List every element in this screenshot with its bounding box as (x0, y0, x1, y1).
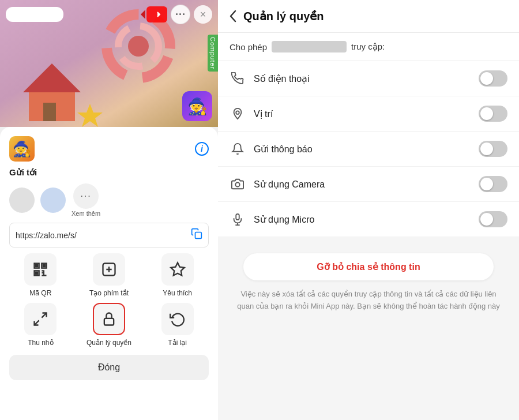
action-grid: Mã QR Tạo phím tắt Yêu thích (9, 253, 209, 347)
right-header: Quản lý quyền (218, 0, 519, 33)
dong-button[interactable]: Đóng (9, 355, 209, 380)
xem-them-dots-icon: ··· (73, 183, 99, 209)
permission-camera: Sử dụng Camera (218, 167, 519, 202)
svg-line-18 (35, 320, 39, 325)
url-row: https://zalo.me/s/ (9, 223, 209, 247)
permission-location: Vị trí (218, 96, 519, 132)
info-button[interactable]: i (195, 142, 209, 156)
svg-rect-6 (43, 103, 56, 121)
svg-point-20 (236, 111, 239, 114)
thu-nho-label: Thu nhỏ (28, 339, 53, 347)
permission-notification: Gửi thông báo (218, 132, 519, 167)
arrow-indicator (146, 6, 167, 22)
left-panel: ··· × 🧙 Computer 🧙 i Gửi tới ··· Xem (0, 0, 218, 420)
right-panel: Quản lý quyền Cho phép truy cập: Số điện… (218, 0, 519, 420)
location-label: Vị trí (254, 108, 471, 119)
camera-icon (230, 176, 246, 192)
phone-label: Số điện thoại (254, 73, 471, 84)
action-thu-nho[interactable]: Thu nhỏ (9, 303, 72, 347)
game-title-pill (6, 7, 63, 22)
svg-rect-12 (36, 265, 38, 267)
tai-lai-icon-box (161, 303, 194, 335)
tao-phim-tat-label: Tạo phím tắt (89, 289, 129, 297)
thu-nho-icon-box (24, 303, 57, 335)
ma-qr-icon-box (24, 253, 57, 286)
yeu-thich-label: Yêu thích (163, 289, 192, 297)
notification-label: Gửi thông báo (254, 144, 471, 155)
right-title: Quản lý quyền (243, 9, 324, 23)
action-tao-phim-tat[interactable]: Tạo phím tắt (78, 253, 141, 297)
action-tai-lai[interactable]: Tải lại (146, 303, 209, 347)
svg-point-21 (235, 182, 239, 186)
danger-section: Gỡ bỏ chia sẻ thông tin Việc này sẽ xóa … (218, 242, 519, 324)
location-icon (230, 106, 246, 122)
game-area: ··· × 🧙 Computer (0, 0, 218, 127)
danger-button[interactable]: Gỡ bỏ chia sẻ thông tin (243, 253, 494, 280)
svg-rect-8 (195, 232, 202, 239)
svg-point-3 (128, 36, 149, 57)
contact-row: ··· Xem thêm (9, 183, 209, 217)
svg-line-17 (42, 313, 47, 318)
notification-icon (230, 141, 246, 157)
contact-avatar-1 (9, 187, 35, 213)
url-text: https://zalo.me/s/ (16, 231, 186, 240)
permission-intro: Cho phép truy cập: (218, 33, 519, 61)
camera-toggle[interactable] (479, 176, 507, 192)
svg-rect-22 (236, 214, 239, 220)
tao-phim-tat-icon-box (93, 253, 125, 286)
micro-icon (230, 211, 246, 227)
gui-toi-label: Gửi tới (9, 167, 209, 178)
quan-ly-quyen-label: Quản lý quyền (86, 339, 131, 347)
game-topbar: ··· × (0, 5, 218, 24)
copy-button[interactable] (191, 228, 202, 242)
svg-rect-14 (36, 272, 38, 275)
danger-description: Việc này sẽ xóa tất cả các quyền truy cậ… (230, 288, 507, 313)
svg-marker-16 (171, 262, 184, 275)
location-toggle[interactable] (479, 106, 507, 122)
camera-label: Sử dụng Camera (254, 179, 471, 190)
quan-ly-quyen-icon-box (93, 303, 125, 335)
computer-label: Computer (208, 35, 218, 72)
phone-toggle[interactable] (479, 70, 507, 87)
permission-list: Số điện thoại Vị trí Gửi thông báo (218, 61, 519, 237)
more-options-button[interactable]: ··· (171, 5, 190, 24)
card-header: 🧙 i (9, 136, 209, 162)
action-ma-qr[interactable]: Mã QR (9, 253, 72, 297)
action-quan-ly-quyen[interactable]: Quản lý quyền (78, 303, 141, 347)
app-icon: 🧙 (9, 136, 35, 162)
contact-avatar-2 (40, 187, 66, 213)
tai-lai-label: Tải lại (168, 339, 187, 347)
permission-phone: Số điện thoại (218, 61, 519, 96)
phone-icon (230, 70, 246, 87)
permission-micro: Sử dụng Micro (218, 202, 519, 237)
game-avatar: 🧙 (182, 91, 212, 121)
action-yeu-thich[interactable]: Yêu thích (146, 253, 209, 297)
svg-rect-13 (43, 265, 46, 267)
xem-them-label: Xem thêm (72, 210, 100, 217)
micro-toggle[interactable] (479, 211, 507, 227)
micro-label: Sử dụng Micro (254, 214, 471, 225)
yeu-thich-icon-box (161, 253, 194, 286)
intro-suffix: truy cập: (351, 42, 385, 52)
bottom-card: 🧙 i Gửi tới ··· Xem thêm https://zalo.me… (0, 127, 218, 420)
back-button[interactable] (230, 10, 236, 22)
xem-them-button[interactable]: ··· Xem thêm (72, 183, 100, 217)
intro-prefix: Cho phép (230, 42, 267, 52)
svg-rect-19 (104, 318, 114, 325)
game-topbar-right: ··· × (146, 5, 212, 24)
ma-qr-label: Mã QR (29, 289, 51, 297)
close-button[interactable]: × (194, 5, 212, 24)
notification-toggle[interactable] (479, 141, 507, 157)
blurred-app-name (272, 41, 347, 52)
